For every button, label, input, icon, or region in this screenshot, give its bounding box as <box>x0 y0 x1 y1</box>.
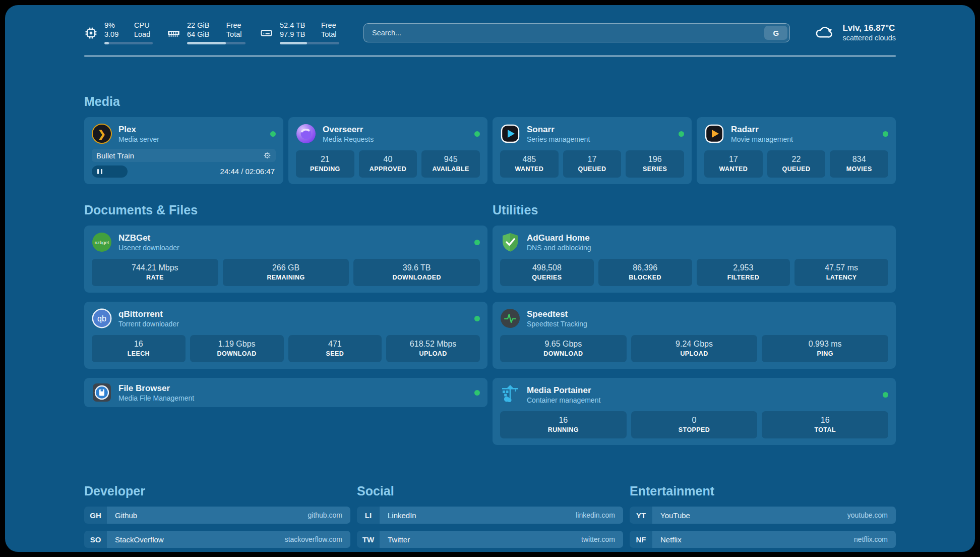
app-title: Sonarr <box>527 124 590 135</box>
app-card-portainer[interactable]: Media Portainer Container management 16 … <box>493 378 896 445</box>
bookmark-abbr: YT <box>630 507 652 524</box>
stat-label: FILTERED <box>699 273 788 282</box>
cpu-icon <box>84 26 98 40</box>
pause-icon[interactable] <box>97 167 102 176</box>
stat-value: 16 <box>94 339 183 350</box>
app-card-filebrowser[interactable]: File Browser Media File Management <box>84 378 487 407</box>
playback-progress: 24:44 / 02:06:47 <box>92 165 276 178</box>
search-input[interactable] <box>363 23 790 42</box>
gear-icon[interactable] <box>263 151 271 159</box>
stat-value: 86,396 <box>600 262 690 273</box>
stat-label: APPROVED <box>361 165 415 174</box>
bookmark-twitter[interactable]: TW Twitter twitter.com <box>357 531 623 548</box>
status-dot <box>679 131 684 137</box>
bookmark-youtube[interactable]: YT YouTube youtube.com <box>630 507 896 524</box>
bookmark-abbr: TW <box>357 531 380 548</box>
stat-running: 16 RUNNING <box>500 411 627 438</box>
cpu-load-value: 3.09 <box>104 30 121 39</box>
stat-movies: 834 MOVIES <box>830 150 888 178</box>
stat-label: TOTAL <box>764 426 886 434</box>
bookmark-url: netflix.com <box>854 535 888 543</box>
bookmark-pill: Twitter twitter.com <box>380 531 623 548</box>
stat-label: MOVIES <box>832 165 886 174</box>
bookmark-pill: Github github.com <box>107 507 350 524</box>
stat-rate: 744.21 Mbps RATE <box>92 259 218 286</box>
stat-label: STOPPED <box>633 426 756 434</box>
nzbget-icon: nzbget <box>92 232 112 252</box>
stat-queued: 17 QUEUED <box>563 150 622 178</box>
bookmark-abbr: GH <box>84 507 107 524</box>
stat-label: WANTED <box>502 165 557 174</box>
system-stat-memory: 22 GiB Free 64 GiB Total <box>167 21 246 44</box>
stat-value: 945 <box>423 154 478 165</box>
bookmark-pill: YouTube youtube.com <box>652 507 896 524</box>
section-header-developer: Developer <box>84 483 350 498</box>
system-stat-cpu: 9% CPU 3.09 Load <box>84 21 153 44</box>
app-card-speedtest[interactable]: Speedtest Speedtest Tracking 9.65 Gbps D… <box>493 302 896 369</box>
app-subtitle: Torrent downloader <box>118 319 179 328</box>
status-dot <box>883 131 888 137</box>
app-subtitle: Media server <box>118 135 159 144</box>
dashboard-root: 9% CPU 3.09 Load <box>5 5 975 552</box>
app-card-qbittorrent[interactable]: qb qBittorrent Torrent downloader 16 LEE… <box>84 302 487 369</box>
app-card-adguard[interactable]: AdGuard Home DNS and adblocking 498,508 … <box>493 226 896 293</box>
status-dot <box>474 316 480 321</box>
bookmark-linkedin[interactable]: LI LinkedIn linkedin.com <box>357 507 623 524</box>
stat-upload: 9.24 Gbps UPLOAD <box>631 335 758 362</box>
section-utilities: Utilities AdGuard Home <box>493 202 896 454</box>
bookmark-abbr: SO <box>84 531 107 548</box>
stat-series: 196 SERIES <box>626 150 684 178</box>
stat-queries: 498,508 QUERIES <box>500 259 594 286</box>
stat-value: 39.6 TB <box>355 262 478 273</box>
section-header-entertainment: Entertainment <box>630 483 896 498</box>
svg-text:qb: qb <box>97 314 106 323</box>
stat-available: 945 AVAILABLE <box>421 150 480 178</box>
stat-seed: 471 SEED <box>288 335 382 362</box>
bookmark-url: linkedin.com <box>576 511 615 519</box>
memory-free-value: 22 GiB <box>187 21 213 30</box>
app-card-sonarr[interactable]: Sonarr Series management 485 WANTED 17 Q… <box>493 117 692 184</box>
sonarr-icon <box>500 124 520 144</box>
bookmark-section-entertainment: Entertainment YT YouTube youtube.com NF … <box>630 483 896 552</box>
stat-ping: 0.993 ms PING <box>762 335 888 362</box>
stat-label: RUNNING <box>502 426 625 434</box>
app-subtitle: Speedtest Tracking <box>527 319 587 328</box>
bookmark-url: github.com <box>308 511 342 519</box>
bookmark-netflix[interactable]: NF Netflix netflix.com <box>630 531 896 548</box>
app-card-nzbget[interactable]: nzbget NZBGet Usenet downloader 744.21 M… <box>84 226 487 293</box>
section-header-media: Media <box>84 94 896 109</box>
search-provider-button[interactable]: G <box>764 26 787 40</box>
section-header-social: Social <box>357 483 623 498</box>
stat-label: UPLOAD <box>388 350 478 358</box>
app-title: Speedtest <box>527 309 587 319</box>
app-title: qBittorrent <box>118 309 179 319</box>
header-divider <box>84 55 896 57</box>
weather-condition: scattered clouds <box>842 33 896 43</box>
app-card-plex[interactable]: ❯ Plex Media server Bullet Train <box>84 117 283 184</box>
disk-progress-bar <box>280 42 339 44</box>
stat-latency: 47.57 ms LATENCY <box>794 259 888 286</box>
stat-label: UPLOAD <box>633 350 756 358</box>
system-stats: 9% CPU 3.09 Load <box>84 21 339 44</box>
bookmark-stackoverflow[interactable]: SO StackOverflow stackoverflow.com <box>84 531 350 548</box>
memory-progress-fill <box>187 42 226 44</box>
qbittorrent-icon: qb <box>92 308 112 328</box>
app-subtitle: Series management <box>527 135 590 144</box>
bookmark-url: twitter.com <box>581 535 615 543</box>
app-card-overseerr[interactable]: Overseerr Media Requests 21 PENDING 40 A… <box>288 117 487 184</box>
app-subtitle: Media File Management <box>118 394 194 403</box>
status-dot <box>474 131 480 137</box>
stat-value: 0 <box>633 415 756 426</box>
bookmark-pill: Netflix netflix.com <box>652 531 896 548</box>
app-card-radarr[interactable]: Radarr Movie management 17 WANTED 22 QUE… <box>697 117 896 184</box>
stat-value: 498,508 <box>502 262 592 273</box>
app-title: AdGuard Home <box>527 233 591 243</box>
bookmark-github[interactable]: GH Github github.com <box>84 507 350 524</box>
stat-approved: 40 APPROVED <box>359 150 417 178</box>
app-title: Radarr <box>731 124 793 135</box>
bookmark-url: youtube.com <box>847 511 888 519</box>
bookmark-name: Twitter <box>388 535 410 544</box>
status-dot <box>474 240 480 245</box>
cpu-usage-value: 9% <box>104 21 121 30</box>
playback-time: 24:44 / 02:06:47 <box>220 165 275 178</box>
